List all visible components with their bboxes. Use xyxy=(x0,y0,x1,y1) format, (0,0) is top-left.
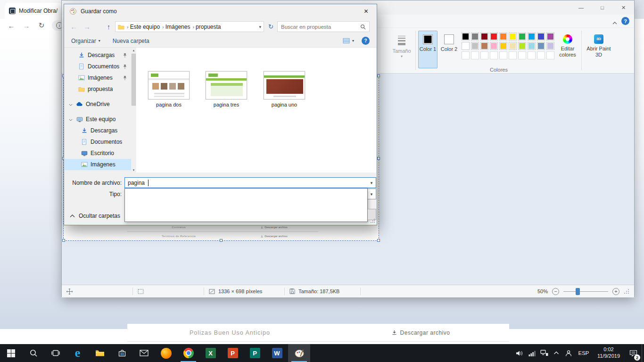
file-item[interactable]: pagina dos xyxy=(143,71,195,107)
palette-swatch[interactable] xyxy=(518,33,526,41)
palette-swatch[interactable] xyxy=(480,33,488,41)
palette-swatch-empty[interactable] xyxy=(509,51,517,59)
zoom-slider[interactable] xyxy=(563,288,608,295)
palette-swatch[interactable] xyxy=(509,42,517,50)
close-button[interactable]: ✕ xyxy=(613,0,634,15)
breadcrumb-segment[interactable]: ›Imágenes xyxy=(161,24,190,30)
chevron-up-icon[interactable] xyxy=(550,344,562,362)
taskbar-word-icon[interactable]: W xyxy=(266,344,288,362)
browser-refresh-icon[interactable]: ↻ xyxy=(36,20,47,31)
open-paint3d-button[interactable]: Abrir Paint 3D xyxy=(585,31,612,68)
palette-swatch-empty[interactable] xyxy=(499,51,507,59)
signal-icon[interactable] xyxy=(526,344,538,362)
taskbar-store-icon[interactable] xyxy=(111,344,133,362)
scrollbar-thumb[interactable] xyxy=(132,54,136,106)
selection-handle[interactable] xyxy=(220,239,223,242)
palette-swatch-empty[interactable] xyxy=(528,51,536,59)
palette-swatch[interactable] xyxy=(528,33,536,41)
palette-swatch[interactable] xyxy=(518,42,526,50)
palette-swatch[interactable] xyxy=(490,33,498,41)
autocomplete-dropdown[interactable] xyxy=(124,188,368,222)
dialog-forward-icon[interactable]: → xyxy=(81,21,93,32)
nav-item-este-equipo[interactable]: Este equipo xyxy=(65,114,131,125)
palette-swatch[interactable] xyxy=(499,33,507,41)
breadcrumb-segment[interactable]: ›Este equipo xyxy=(125,24,160,30)
zoom-in-button[interactable]: + xyxy=(612,288,619,295)
nav-item-im-genes[interactable]: Imágenes xyxy=(65,159,131,170)
filename-dropdown-icon[interactable]: ▾ xyxy=(367,181,376,185)
color1-button[interactable]: Color 1 xyxy=(418,31,438,68)
download-link[interactable]: Descargar archivo xyxy=(332,329,509,336)
palette-swatch[interactable] xyxy=(499,42,507,50)
search-box[interactable]: Buscar en propuesta xyxy=(277,21,370,32)
help-icon[interactable]: ? xyxy=(362,37,370,45)
palette-swatch[interactable] xyxy=(480,42,488,50)
chrome-tab[interactable]: Modificar Obra/ xyxy=(5,3,62,19)
palette-swatch-empty[interactable] xyxy=(471,51,479,59)
taskbar-file-explorer-icon[interactable] xyxy=(89,344,111,362)
expand-chevron-icon[interactable] xyxy=(69,116,73,123)
file-item[interactable]: pagina tres xyxy=(200,71,252,107)
refresh-icon[interactable]: ↻ xyxy=(266,21,276,32)
minimize-button[interactable]: — xyxy=(570,0,592,15)
taskbar-chrome-icon[interactable] xyxy=(177,344,199,362)
taskbar-publisher-icon[interactable]: P xyxy=(244,344,266,362)
palette-swatch-empty[interactable] xyxy=(518,51,526,59)
palette-swatch-empty[interactable] xyxy=(462,51,470,59)
palette-swatch[interactable] xyxy=(546,42,554,50)
palette-swatch[interactable] xyxy=(546,33,554,41)
dialog-close-icon[interactable]: ✕ xyxy=(355,4,377,18)
palette-swatch[interactable] xyxy=(528,42,536,50)
collapse-ribbon-icon[interactable] xyxy=(612,19,617,26)
scroll-up-icon[interactable]: ▲ xyxy=(131,48,136,53)
selection-handle[interactable] xyxy=(377,74,380,77)
taskbar-start-icon[interactable] xyxy=(0,344,22,362)
expand-chevron-icon[interactable] xyxy=(69,101,73,107)
palette-swatch-empty[interactable] xyxy=(490,51,498,59)
palette-swatch[interactable] xyxy=(462,33,470,41)
taskbar-search-icon[interactable] xyxy=(22,344,44,362)
zoom-slider-thumb[interactable] xyxy=(576,288,580,295)
navigation-scrollbar[interactable]: ▲ ▼ xyxy=(131,48,136,173)
dialog-up-icon[interactable]: ↑ xyxy=(103,21,115,32)
nav-item-documentos[interactable]: Documentos xyxy=(65,61,131,72)
taskbar-task-view-icon[interactable] xyxy=(44,344,66,362)
palette-swatch[interactable] xyxy=(471,42,479,50)
zoom-out-button[interactable]: − xyxy=(552,288,559,295)
palette-swatch[interactable] xyxy=(462,42,470,50)
color2-button[interactable]: Color 2 xyxy=(439,31,459,68)
palette-swatch[interactable] xyxy=(471,33,479,41)
selection-handle[interactable] xyxy=(377,157,380,160)
browser-forward-icon[interactable]: → xyxy=(21,20,32,31)
nav-item-onedrive[interactable]: OneDrive xyxy=(65,99,131,110)
dialog-resize-grip[interactable] xyxy=(370,218,375,223)
people-icon[interactable] xyxy=(562,344,575,362)
dialog-back-icon[interactable]: ← xyxy=(68,21,80,32)
scroll-down-icon[interactable]: ▼ xyxy=(131,167,136,173)
nav-item-descargas[interactable]: Descargas xyxy=(65,125,131,136)
organize-menu[interactable]: Organizar▾ xyxy=(71,38,100,44)
file-list[interactable] xyxy=(136,48,376,173)
breadcrumb-segment[interactable]: ›propuesta xyxy=(191,24,221,30)
type-dropdown-icon[interactable]: ▾ xyxy=(367,192,376,197)
nav-item-propuesta[interactable]: propuesta xyxy=(65,83,131,95)
resize-grip-icon[interactable] xyxy=(624,288,629,294)
palette-swatch[interactable] xyxy=(537,33,545,41)
nav-item-descargas[interactable]: Descargas xyxy=(65,49,131,61)
nav-item-im-genes[interactable]: Imágenes xyxy=(65,72,131,83)
browser-back-icon[interactable]: ← xyxy=(6,20,17,31)
selection-handle[interactable] xyxy=(62,239,65,242)
volume-icon[interactable] xyxy=(513,344,526,362)
taskbar-mail-icon[interactable] xyxy=(133,344,155,362)
edit-colors-button[interactable]: Editar colores xyxy=(556,31,579,68)
palette-swatch-empty[interactable] xyxy=(546,51,554,59)
network-icon[interactable] xyxy=(538,344,550,362)
maximize-button[interactable]: □ xyxy=(592,0,613,15)
taskbar-firefox-icon[interactable] xyxy=(155,344,177,362)
breadcrumb[interactable]: ›Este equipo›Imágenes›propuesta ▾ xyxy=(115,21,264,32)
palette-swatch-empty[interactable] xyxy=(537,51,545,59)
view-mode-button[interactable]: ▾ xyxy=(343,38,354,44)
file-item[interactable]: pagina uno xyxy=(258,71,310,107)
taskbar-paint-icon[interactable] xyxy=(288,344,310,362)
paint-help-icon[interactable]: ? xyxy=(621,17,629,25)
